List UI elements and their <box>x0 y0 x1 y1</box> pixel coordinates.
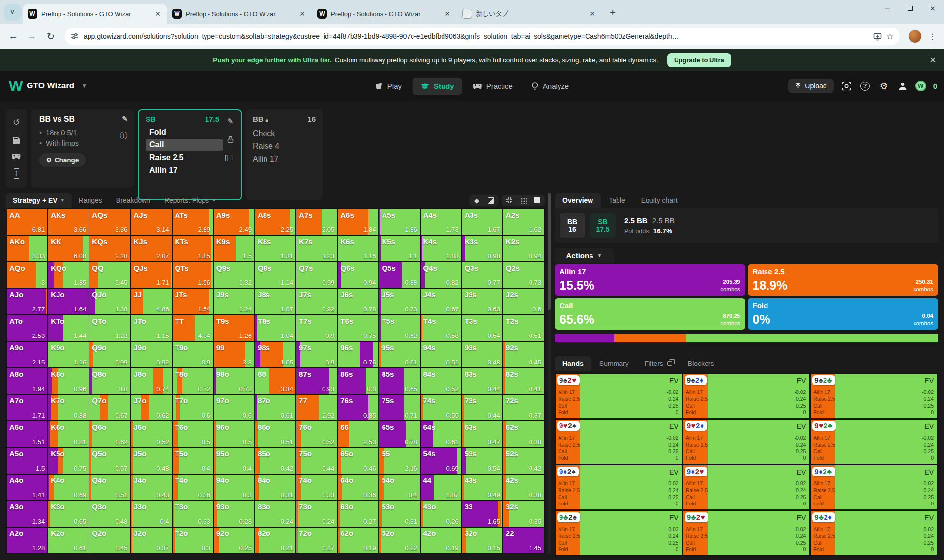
combo-cell-9s2h[interactable]: 9♠2♥EVAllin 17-0.02Raise 2.50.24Call0.25… <box>556 374 682 418</box>
address-bar[interactable]: app.gtowizard.com/solutions?solution_typ… <box>65 28 900 45</box>
matrix-cell-42o[interactable]: 42o0.19 <box>421 528 461 553</box>
matrix-cell-98s[interactable]: 98s1.05 <box>255 342 295 367</box>
matrix-cell-K7s[interactable]: K7s1.23 <box>296 236 337 261</box>
tab-hands[interactable]: Hands <box>555 356 591 371</box>
matrix-cell-K7o[interactable]: K7o0.88 <box>48 395 88 420</box>
matrix-cell-A7s[interactable]: A7s2.05 <box>296 209 337 235</box>
matrix-cell-K9s[interactable]: K9s1.5 <box>214 236 254 261</box>
matrix-cell-22[interactable]: 221.45 <box>503 528 544 553</box>
matrix-cell-32o[interactable]: 32o0.15 <box>462 528 502 553</box>
tab-blockers[interactable]: Blockers <box>680 356 722 371</box>
matrix-cell-97o[interactable]: 97o0.6 <box>214 395 254 420</box>
matrix-cell-Q9o[interactable]: Q9o0.99 <box>89 342 130 367</box>
settings-gear-icon[interactable]: ⚙ <box>878 80 890 92</box>
browser-tab[interactable]: WPreflop - Solutions - GTO Wizar✕ <box>312 4 457 24</box>
matrix-cell-J2s[interactable]: J2s0.6 <box>503 289 544 314</box>
matrix-cell-95o[interactable]: 95o0.4 <box>214 448 254 474</box>
wizard-coin-icon[interactable]: W <box>915 81 926 91</box>
nav-study[interactable]: Study <box>413 78 462 95</box>
bookmark-star-icon[interactable]: ☆ <box>886 31 894 42</box>
matrix-cell-AKs[interactable]: AKs3.66 <box>48 209 88 235</box>
matrix-cell-82o[interactable]: 82o0.21 <box>255 528 295 553</box>
help-icon[interactable]: ? <box>859 82 871 91</box>
matrix-cell-AQs[interactable]: AQs3.36 <box>89 209 130 235</box>
combo-cell-9s2d[interactable]: 9♠2♦EVAllin 17-0.02Raise 2.50.24Call0.25… <box>683 374 810 418</box>
profile-avatar[interactable] <box>908 29 922 44</box>
edit-sb-icon[interactable]: ✎ <box>227 117 234 126</box>
matrix-cell-J5o[interactable]: J5o0.48 <box>131 448 171 474</box>
matrix-cell-A3o[interactable]: A3o1.34 <box>7 501 47 527</box>
matrix-cell-75o[interactable]: 75o0.44 <box>296 448 337 474</box>
matrix-cell-K3s[interactable]: K3s0.98 <box>462 236 502 261</box>
reset-icon[interactable]: ↺ <box>13 117 20 128</box>
matrix-cell-92o[interactable]: 92o0.25 <box>214 528 254 553</box>
matrix-cell-K8o[interactable]: K8o0.96 <box>48 368 88 394</box>
matrix-cell-76s[interactable]: 76s0.85 <box>338 395 378 420</box>
tab-equity-chart[interactable]: Equity chart <box>633 193 685 208</box>
matrix-cell-55[interactable]: 552.16 <box>379 448 419 474</box>
matrix-cell-Q9s[interactable]: Q9s1.32 <box>214 262 254 288</box>
matrix-cell-A6s[interactable]: A6s1.84 <box>338 209 378 235</box>
matrix-cell-95s[interactable]: 95s0.61 <box>379 342 419 367</box>
matrix-cell-Q8o[interactable]: Q8o0.8 <box>89 368 130 394</box>
action-card-raise-2-5[interactable]: Raise 2.518.9%250.31combos <box>748 264 939 296</box>
matrix-cell-JTo[interactable]: JTo1.15 <box>131 315 171 341</box>
matrix-cell-T8s[interactable]: T8s1.04 <box>255 315 295 341</box>
change-button[interactable]: ⚙ Change <box>39 153 86 167</box>
matrix-cell-T9o[interactable]: T9o0.9 <box>173 342 213 367</box>
matrix-cell-T3o[interactable]: T3o0.33 <box>173 501 213 527</box>
matrix-cell-T8o[interactable]: T8o0.72 <box>173 368 213 394</box>
matrix-cell-64s[interactable]: 64s0.61 <box>421 421 461 447</box>
tune-icon[interactable] <box>71 32 79 40</box>
matrix-cell-ATs[interactable]: ATs2.89 <box>173 209 213 235</box>
matrix-cell-A4s[interactable]: A4s1.73 <box>421 209 461 235</box>
matrix-cell-Q5o[interactable]: Q5o0.57 <box>89 448 130 474</box>
matrix-tab-reports-flops[interactable]: Reports: Flops▼ <box>157 193 223 208</box>
combo-cell-9d2h[interactable]: 9♦2♥EVAllin 17-0.02Raise 2.50.24Call0.25… <box>683 465 810 509</box>
browser-menu-icon[interactable]: ⋮ <box>926 32 939 41</box>
matrix-cell-73o[interactable]: 73o0.24 <box>296 501 337 527</box>
matrix-cell-K5o[interactable]: K5o0.75 <box>48 448 88 474</box>
matrix-cell-K4s[interactable]: K4s1.03 <box>421 236 461 261</box>
matrix-tab-breakdown[interactable]: Breakdown <box>109 193 157 208</box>
matrix-cell-T4s[interactable]: T4s0.58 <box>421 315 461 341</box>
matrix-cell-J5s[interactable]: J5s0.73 <box>379 289 419 314</box>
tab-summary[interactable]: Summary <box>591 356 637 371</box>
matrix-cell-43s[interactable]: 43s0.49 <box>462 475 502 500</box>
browser-tab[interactable]: 新しいタブ✕ <box>457 4 602 24</box>
matrix-cell-JJ[interactable]: JJ4.86 <box>131 289 171 314</box>
matrix-cell-65o[interactable]: 65o0.46 <box>338 448 378 474</box>
bb-action-allin-17[interactable]: Allin 17 <box>253 153 316 166</box>
matrix-cell-Q6o[interactable]: Q6o0.62 <box>89 421 130 447</box>
combo-cell-9s2c[interactable]: 9♠2♣EVAllin 17-0.02Raise 2.50.24Call0.25… <box>811 374 937 418</box>
gamepad-icon[interactable] <box>12 153 21 160</box>
matrix-cell-53o[interactable]: 53o0.31 <box>379 501 419 527</box>
matrix-cell-92s[interactable]: 92s0.45 <box>503 342 544 367</box>
matrix-cell-T2s[interactable]: T2s0.51 <box>503 315 544 341</box>
upgrade-to-ultra-button[interactable]: Upgrade to Ultra <box>667 53 731 67</box>
matrix-cell-62o[interactable]: 62o0.19 <box>338 528 378 553</box>
matrix-cell-A5s[interactable]: A5s1.86 <box>379 209 419 235</box>
combo-cell-9h2s[interactable]: 9♥2♠EVAllin 17-0.02Raise 2.50.24Call0.25… <box>556 420 682 464</box>
matrix-cell-T9s[interactable]: T9s1.26 <box>214 315 254 341</box>
tab-table[interactable]: Table <box>601 193 633 208</box>
tab-close-icon[interactable]: ✕ <box>153 9 162 18</box>
matrix-cell-K3o[interactable]: K3o0.65 <box>48 501 88 527</box>
matrix-cell-A9o[interactable]: A9o2.15 <box>7 342 47 367</box>
nav-analyze[interactable]: Analyze <box>524 78 577 95</box>
sb-action-allin-17[interactable]: Allin 17 <box>146 165 223 176</box>
matrix-cell-TT[interactable]: TT4.34 <box>173 315 213 341</box>
tab-overview[interactable]: Overview <box>555 193 601 208</box>
collapse-icon[interactable] <box>505 196 513 204</box>
matrix-cell-65s[interactable]: 65s0.78 <box>379 421 419 447</box>
matrix-cell-AQo[interactable]: AQo3 <box>7 262 47 288</box>
matrix-tab-ranges[interactable]: Ranges <box>72 193 109 208</box>
matrix-cell-99[interactable]: 993.8 <box>214 342 254 367</box>
matrix-cell-Q8s[interactable]: Q8s1.14 <box>255 262 295 288</box>
matrix-cell-64o[interactable]: 64o0.36 <box>338 475 378 500</box>
matrix-cell-76o[interactable]: 76o0.52 <box>296 421 337 447</box>
nav-practice[interactable]: Practice <box>465 78 521 95</box>
matrix-cell-K2o[interactable]: K2o0.61 <box>48 528 88 553</box>
matrix-cell-54s[interactable]: 54s0.69 <box>421 448 461 474</box>
action-card-allin-17[interactable]: Allin 1715.5%205.39combos <box>555 264 745 296</box>
